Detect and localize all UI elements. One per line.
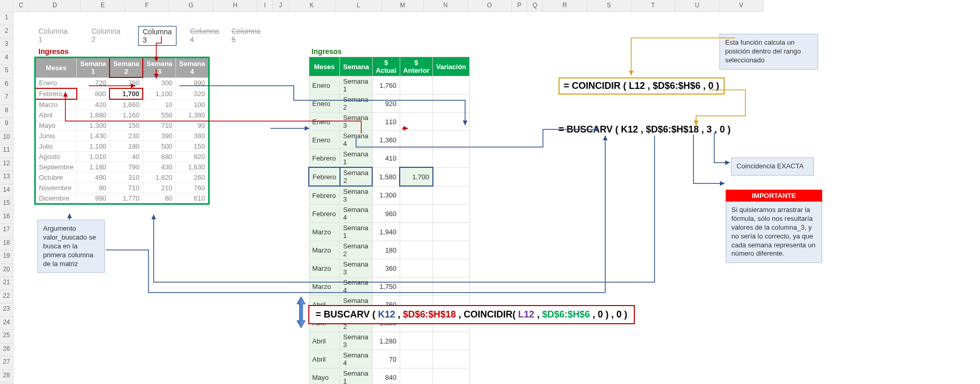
a1: K12 [621,124,638,135]
tab-col3-active[interactable]: Columna 3 [138,26,176,46]
formula-coincidir: = COINCIDIR ( L12 , $D$6:$H$6 , 0 ) [559,77,725,95]
fn: BUSCARV [567,124,613,135]
tab-col2[interactable]: Columna 2 [91,27,120,44]
b3: 0 [597,309,603,320]
a1: K12 [378,309,395,320]
table-actual: MesesSemana$ Actual$ AnteriorVariaciónEn… [308,57,470,384]
tab-col5[interactable]: Columna 5 [232,27,261,44]
fn-text: COINCIDIR ( L12 , $D$6:$H$6 , 0 ) [572,81,719,91]
c2: , [456,309,464,320]
note-exacta: Coincidencia EXACTA [731,157,814,176]
formula-bottom: = BUSCARV ( K12 , $D$6:$H$18 , COINCIDIR… [308,305,635,324]
note-coincidir: Esta función calcula un posición dentro … [719,34,818,70]
eq: = [316,309,324,320]
fn2: COINCIDIR( [464,309,515,320]
row-headers: 1234567891011121314151617181920212223242… [0,0,13,384]
close: ) [622,309,628,320]
a2: $D$6:$H$18 [646,124,699,135]
importante-title: IMPORTANTE [726,190,822,202]
formula-buscarv: = BUSCARV ( K12 , $D$6:$H$18 , 3 , 0 ) [559,124,730,135]
bc2: , [590,309,597,320]
b2: $D$6:$H$6 [542,309,590,320]
fn: BUSCARV [324,309,370,320]
open: ( [612,124,621,135]
importante-text: Si quisieramos arrastrar la fórmula, sól… [726,202,822,263]
c1: , [395,309,403,320]
b1: L12 [515,309,534,320]
a3: 3 [706,124,712,135]
a2: $D$6:$H$18 [403,309,456,320]
bc3: ) [603,309,608,320]
eq: = [559,124,567,135]
svg-marker-0 [297,297,305,328]
c4: , [608,309,616,320]
col-headers: CDEFGHIJKLMNOPQRSTUV [13,0,764,12]
importante-box: IMPORTANTE Si quisieramos arrastrar la f… [726,190,822,263]
a4: 0 [719,124,725,135]
open: ( [370,309,378,320]
tab-col4[interactable]: Columna 4 [190,27,219,44]
c2: , [699,124,706,135]
eq: = [564,81,572,91]
bc1: , [534,309,542,320]
c1: , [638,124,646,135]
a4: 0 [617,309,622,320]
table-anterior: MesesSemana 1Semana 2Semana 3Semana 4Ene… [34,57,210,205]
double-arrow-icon [296,297,306,328]
tab-col1[interactable]: Columna 1 [38,27,67,44]
close: ) [725,124,730,135]
note-argumento: Argumento valor_buscado se busca en la p… [37,220,105,273]
c3: , [712,124,719,135]
